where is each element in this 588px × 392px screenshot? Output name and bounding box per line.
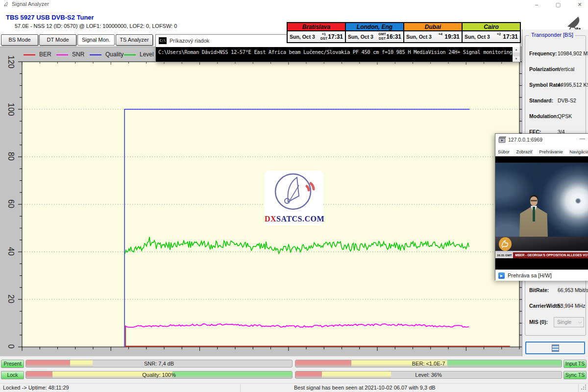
present-indicator: Present: [1, 360, 24, 368]
legend-dash-ber: [24, 54, 35, 55]
clock-city: Dubai: [404, 23, 462, 31]
menu-prehravanie[interactable]: Prehrávanie: [539, 147, 563, 157]
news-video-frame: 16:31 GMT MBER - GEORGIA'S OPPOSITION AL…: [495, 163, 588, 258]
minimize-button[interactable]: –: [528, 0, 545, 9]
meters-area: Present Lock SNR: 7,4 dB Quality: 100% B…: [0, 356, 588, 383]
window-titlebar: Signal Analyzer – ▢ ✕: [0, 0, 588, 9]
clock-time: 16:31: [386, 33, 401, 40]
playing-icon: ▶: [498, 272, 505, 279]
clock-date: Sun, Oct 3: [348, 34, 373, 40]
tab-bs-mode[interactable]: BS Mode: [1, 34, 38, 46]
world-clocks: Bratislava Sun, Oct 3 +1DST 17:31 London…: [287, 22, 521, 43]
lock-indicator: Lock: [1, 371, 24, 379]
video-area[interactable]: 16:31 GMT MBER - GEORGIA'S OPPOSITION AL…: [495, 156, 588, 270]
player-statusbar: ▶ Prehráva sa [H/W]: [495, 270, 588, 281]
app-satellite-icon: [3, 1, 10, 8]
legend-dash-snr: [56, 54, 68, 55]
dxsatcs-dish-icon: [265, 171, 323, 213]
quality-meter: Quality: 100%: [25, 371, 293, 379]
row-frequency: Frequency:10984,902 MHz: [529, 50, 584, 57]
transponder-group-title: Transponder [BS]: [529, 32, 575, 38]
scroll-down-icon[interactable]: ▼: [513, 56, 520, 62]
row-bitrate: BitRate:66,953 Mbit/s: [529, 287, 584, 294]
mis-dropdown[interactable]: Single ⌵: [554, 317, 584, 327]
cmd-scrollbar[interactable]: ▲ ▼: [513, 47, 520, 62]
cmd-title: Príkazový riadok: [170, 38, 209, 44]
y-axis-tick-label: 60: [6, 198, 15, 210]
snr-meter: SNR: 7,4 dB: [25, 360, 293, 368]
aljazeera-logo: [498, 237, 512, 251]
menu-zobrazit[interactable]: Zobraziť: [516, 147, 532, 157]
ticker-text: MBER - GEORGIA'S OPPOSITION ALLEGES VOTE…: [513, 252, 588, 258]
clock-dubai: Dubai Sun, Oct 3 +4 19:31: [404, 23, 463, 42]
player-menubar: Súbor Zobraziť Prehrávanie Navigácia Obľ…: [495, 147, 588, 156]
clock-city: Cairo: [463, 23, 520, 31]
y-axis-tick-label: 100: [6, 103, 15, 115]
tuner-title: TBS 5927 USB DVB-S2 Tuner: [6, 14, 94, 21]
menu-subor[interactable]: Súbor: [498, 147, 510, 157]
legend-dash-level: [124, 54, 136, 55]
row-mis: MIS (0): Single ⌵: [529, 319, 584, 330]
y-axis-tick-label: 0: [6, 341, 15, 352]
statusbar-divider: [578, 384, 579, 392]
cmd-icon: C:\: [159, 37, 167, 44]
tbs-dish-icon: [564, 14, 583, 31]
row-standard: Standard:DVB-S2: [529, 98, 584, 104]
clock-time: 19:31: [444, 33, 460, 40]
close-button[interactable]: ✕: [571, 0, 588, 9]
legend-dash-quality: [90, 54, 101, 55]
lock-uptime-status: Locked -> Uptime: 48:11:29: [3, 385, 69, 391]
maximize-button[interactable]: ▢: [550, 0, 566, 9]
dxsatcs-watermark: DXSATCS.COM: [265, 171, 323, 225]
player-minimize-button[interactable]: —: [580, 135, 585, 141]
cmd-console-text: C:\Users\Roman Dávid>NSS 12-57°E_East Af…: [158, 49, 512, 55]
ticker-time: 16:31 GMT: [495, 252, 513, 258]
row-carrier-width: CarrierWidth:53,994 MHz: [529, 303, 584, 310]
clock-city: London, Eng: [346, 23, 403, 31]
clock-time: 17:31: [503, 33, 518, 40]
y-axis-tick-label: 40: [6, 245, 15, 257]
signal-chart-panel: BER SNR Quality Level DXSATCS.COM 020406…: [0, 47, 522, 356]
tuner-subtitle: 57.0E - NSS 12 (ID: 0570) @ LOF1: 100000…: [15, 23, 177, 29]
player-status-text: Prehráva sa [H/W]: [508, 272, 552, 278]
cmd-console[interactable]: C:\Users\Roman Dávid>NSS 12-57°E_East Af…: [156, 47, 520, 62]
clock-cairo: Cairo Sun, Oct 3 +2 17:31: [463, 23, 520, 42]
ts-packets-icon: [552, 344, 559, 352]
clock-time: 17:31: [328, 33, 343, 40]
app-statusbar: Locked -> Uptime: 48:11:29 Best signal h…: [0, 383, 588, 392]
clock-date: Sun, Oct 3: [465, 34, 490, 40]
clock-city: Bratislava: [288, 23, 345, 31]
menu-navigacia[interactable]: Navigácia: [569, 147, 588, 157]
input-ts-indicator: Input TS: [564, 360, 587, 368]
clock-bratislava: Bratislava Sun, Oct 3 +1DST 17:31: [288, 23, 346, 42]
tab-ts-analyzer[interactable]: TS Analyzer (OK): [116, 34, 153, 46]
clock-date: Sun, Oct 3: [406, 34, 432, 40]
scroll-up-icon[interactable]: ▲: [513, 47, 520, 52]
sync-ts-indicator: Sync TS: [564, 371, 587, 379]
row-symbol-rate: Symbol Rate:44995,512 KS/s: [529, 82, 584, 89]
clock-london: London, Eng Sun, Oct 3 GMTDST 16:31: [346, 23, 404, 42]
dxsatcs-text: DXSATCS.COM: [265, 215, 323, 223]
level-meter: Level: 36%: [295, 371, 562, 379]
row-polarization: Polarization:Vertical: [529, 66, 584, 73]
window-title: Signal Analyzer: [12, 1, 49, 7]
player-title: 127.0.0.1:6969: [508, 137, 542, 143]
news-ticker: 16:31 GMT MBER - GEORGIA'S OPPOSITION AL…: [495, 252, 588, 258]
tab-signal-mon[interactable]: Signal Mon.: [77, 34, 115, 46]
transport-stream-button[interactable]: [525, 342, 585, 354]
y-axis-tick-label: 20: [6, 293, 15, 305]
row-modulation: Modulation:QPSK: [529, 113, 584, 120]
clock-date: Sun, Oct 3: [290, 34, 315, 40]
ber-meter: BER: <1.0E-7: [295, 360, 562, 368]
resize-grip[interactable]: [581, 385, 587, 391]
chevron-down-icon: ⌵: [578, 318, 582, 327]
media-player-icon: [498, 136, 506, 144]
tab-dt-mode[interactable]: DT Mode: [39, 34, 76, 46]
signal-chart: [0, 47, 522, 357]
media-player-window: 127.0.0.1:6969 — Súbor Zobraziť Prehráva…: [495, 133, 588, 280]
y-axis-tick-label: 80: [6, 150, 15, 162]
statusbar-divider: [240, 384, 241, 392]
y-axis-tick-label: 120: [6, 55, 15, 67]
player-titlebar[interactable]: 127.0.0.1:6969 —: [495, 134, 588, 147]
best-signal-status: Best signal has been seen at 2021-10-02 …: [294, 385, 436, 391]
